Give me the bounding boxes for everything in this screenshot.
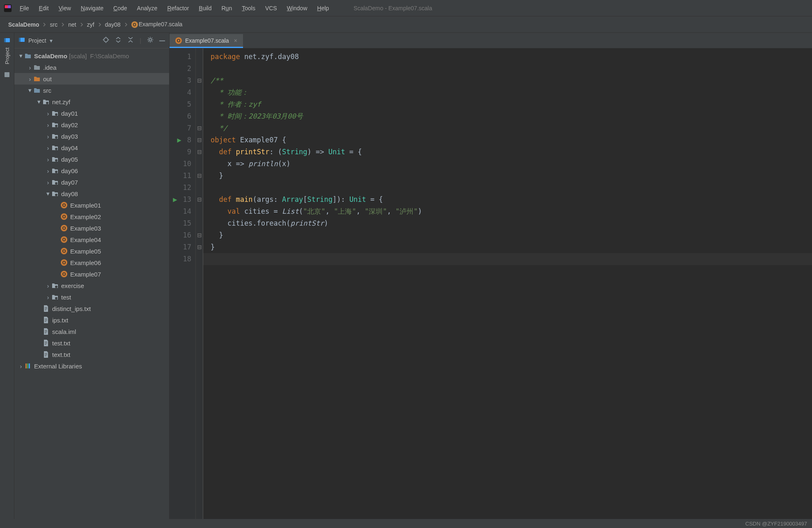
tree-day08[interactable]: ▾day08 bbox=[14, 188, 169, 199]
panel-title: Project bbox=[28, 37, 46, 44]
fold-gutter[interactable]: ⊟ ⊟⊟⊟ ⊟ ⊟ ⊟⊟ bbox=[196, 48, 203, 519]
tree-root[interactable]: ▾ScalaDemo [scala]F:\ScalaDemo bbox=[14, 50, 169, 62]
tree-Example06[interactable]: OExample06 bbox=[14, 257, 169, 268]
tree-out[interactable]: ›out bbox=[14, 73, 169, 85]
tree-day01[interactable]: ›day01 bbox=[14, 107, 169, 119]
tree-file[interactable]: text.txt bbox=[14, 349, 169, 360]
expand-all-icon[interactable] bbox=[115, 37, 122, 44]
project-tool-button[interactable]: Project bbox=[4, 37, 10, 64]
structure-tool-icon[interactable] bbox=[4, 71, 10, 78]
tree-day04[interactable]: ›day04 bbox=[14, 142, 169, 153]
tree-file[interactable]: distinct_ips.txt bbox=[14, 303, 169, 314]
menu-help[interactable]: Help bbox=[317, 5, 329, 11]
menu-vcs[interactable]: VCS bbox=[265, 5, 277, 11]
project-panel-header: Project ▾ | — bbox=[14, 33, 169, 48]
svg-rect-5 bbox=[19, 38, 21, 42]
breadcrumb-bar: ScalaDemosrcnetzyfday08OExample07.scala bbox=[0, 16, 812, 33]
hide-icon[interactable]: — bbox=[159, 37, 165, 44]
tree-Example07[interactable]: OExample07 bbox=[14, 268, 169, 280]
breadcrumb-item[interactable]: ScalaDemo bbox=[8, 21, 39, 28]
svg-point-12 bbox=[46, 102, 48, 104]
breadcrumb-item[interactable]: zyf bbox=[87, 21, 94, 28]
breadcrumb-item[interactable]: net bbox=[68, 21, 76, 28]
tree-Example02[interactable]: OExample02 bbox=[14, 211, 169, 222]
code-editor[interactable]: 1234567▶89101112▶131415161718 ⊟ ⊟⊟⊟ ⊟ ⊟ … bbox=[170, 48, 812, 519]
chevron-right-icon bbox=[124, 21, 128, 28]
chevron-down-icon[interactable]: ▾ bbox=[50, 37, 53, 44]
menu-bar: FileEditViewNavigateCodeAnalyzeRefactorB… bbox=[0, 0, 812, 16]
svg-rect-3 bbox=[5, 72, 9, 77]
svg-point-16 bbox=[55, 148, 57, 150]
svg-point-21 bbox=[55, 286, 57, 288]
tree-day05[interactable]: ›day05 bbox=[14, 153, 169, 165]
tree-Example01[interactable]: OExample01 bbox=[14, 199, 169, 211]
tree-day03[interactable]: ›day03 bbox=[14, 130, 169, 142]
tree-idea[interactable]: ›.idea bbox=[14, 62, 169, 73]
svg-point-22 bbox=[55, 297, 57, 299]
svg-point-18 bbox=[55, 171, 57, 173]
svg-point-14 bbox=[55, 125, 57, 127]
menu-view[interactable]: View bbox=[59, 5, 71, 11]
close-icon[interactable]: × bbox=[234, 37, 237, 44]
menu-navigate[interactable]: Navigate bbox=[81, 5, 103, 11]
menu-items: FileEditViewNavigateCodeAnalyzeRefactorB… bbox=[20, 5, 329, 11]
menu-run[interactable]: Run bbox=[221, 5, 232, 11]
tree-Example03[interactable]: OExample03 bbox=[14, 222, 169, 234]
tree-exercise[interactable]: ›exercise bbox=[14, 280, 169, 291]
line-number-gutter: 1234567▶89101112▶131415161718 bbox=[170, 48, 196, 519]
project-tree[interactable]: ▾ScalaDemo [scala]F:\ScalaDemo›.idea›out… bbox=[14, 48, 169, 519]
svg-rect-25 bbox=[29, 363, 30, 368]
tab-label: Example07.scala bbox=[185, 37, 229, 44]
tool-stripe-left: Project bbox=[0, 33, 14, 519]
chevron-right-icon bbox=[61, 21, 65, 28]
menu-window[interactable]: Window bbox=[287, 5, 307, 11]
tree-pkg[interactable]: ▾net.zyf bbox=[14, 96, 169, 107]
menu-edit[interactable]: Edit bbox=[39, 5, 49, 11]
menu-refactor[interactable]: Refactor bbox=[167, 5, 189, 11]
menu-build[interactable]: Build bbox=[199, 5, 211, 11]
svg-point-20 bbox=[55, 194, 57, 196]
tree-day02[interactable]: ›day02 bbox=[14, 119, 169, 130]
chevron-right-icon bbox=[98, 21, 102, 28]
tree-test[interactable]: ›test bbox=[14, 291, 169, 303]
tree-Example04[interactable]: OExample04 bbox=[14, 234, 169, 245]
chevron-right-icon bbox=[42, 21, 46, 28]
collapse-all-icon[interactable] bbox=[127, 37, 134, 44]
tree-file[interactable]: ips.txt bbox=[14, 314, 169, 326]
editor-tab[interactable]: O Example07.scala × bbox=[170, 34, 243, 48]
tree-day06[interactable]: ›day06 bbox=[14, 165, 169, 176]
tree-file[interactable]: test.txt bbox=[14, 337, 169, 349]
svg-rect-2 bbox=[4, 38, 6, 42]
breadcrumb-item[interactable]: day08 bbox=[105, 21, 121, 28]
tree-file[interactable]: scala.iml bbox=[14, 326, 169, 337]
svg-rect-23 bbox=[25, 363, 27, 368]
project-view-icon bbox=[18, 37, 25, 44]
locate-icon[interactable] bbox=[103, 37, 109, 44]
gear-icon[interactable] bbox=[147, 37, 154, 44]
editor-tab-bar: O Example07.scala × bbox=[170, 33, 812, 48]
menu-code[interactable]: Code bbox=[113, 5, 127, 11]
tree-Example05[interactable]: OExample05 bbox=[14, 245, 169, 257]
window-title: ScalaDemo - Example07.scala bbox=[353, 5, 432, 11]
editor-area: O Example07.scala × 1234567▶89101112▶131… bbox=[170, 33, 812, 519]
chevron-right-icon bbox=[80, 21, 84, 28]
svg-point-19 bbox=[55, 182, 57, 185]
svg-point-11 bbox=[149, 39, 151, 41]
code-content[interactable]: package net.zyf.day08 /** * 功能： * 作者：zyf… bbox=[203, 48, 812, 519]
scala-object-icon: O bbox=[175, 37, 182, 44]
tree-extlib[interactable]: ›External Libraries bbox=[14, 360, 169, 372]
watermark: CSDN @ZYF2190003497 bbox=[741, 519, 812, 528]
menu-tools[interactable]: Tools bbox=[242, 5, 255, 11]
svg-rect-24 bbox=[27, 363, 28, 368]
menu-analyze[interactable]: Analyze bbox=[137, 5, 158, 11]
tree-src[interactable]: ▾src bbox=[14, 85, 169, 96]
svg-point-17 bbox=[55, 159, 57, 162]
svg-point-13 bbox=[55, 113, 57, 116]
breadcrumb-item[interactable]: src bbox=[50, 21, 57, 28]
svg-point-15 bbox=[55, 136, 57, 139]
tree-day07[interactable]: ›day07 bbox=[14, 176, 169, 188]
main-area: Project Project ▾ | — ▾ScalaDemo [scala]… bbox=[0, 33, 812, 519]
breadcrumb-item[interactable]: OExample07.scala bbox=[131, 21, 183, 28]
menu-file[interactable]: File bbox=[20, 5, 29, 11]
svg-point-6 bbox=[104, 38, 108, 42]
